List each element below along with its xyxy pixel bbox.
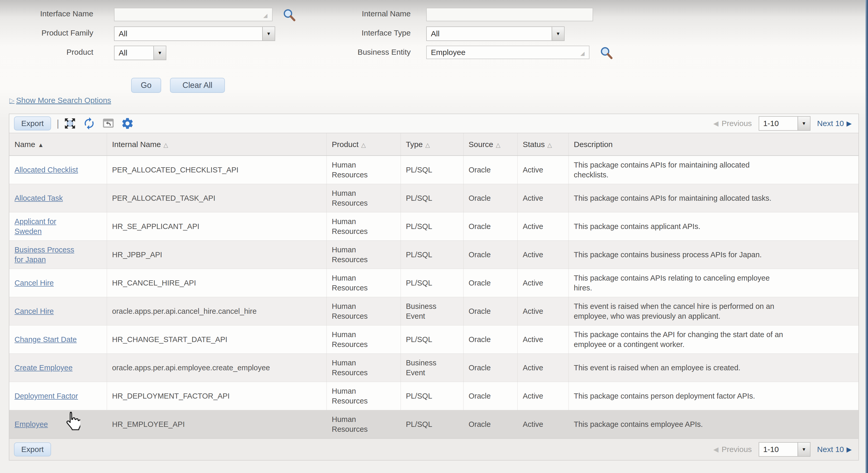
- table-toolbar: Export Previous 1: [9, 114, 859, 133]
- type-cell: PL/SQL: [406, 391, 432, 401]
- record-range-value: 1-10: [759, 117, 798, 130]
- interface-name-link[interactable]: Employee: [14, 419, 48, 429]
- type-cell: Business Event: [406, 358, 449, 378]
- clear-all-button[interactable]: Clear All: [170, 78, 225, 93]
- business-entity-input[interactable]: [426, 46, 589, 59]
- product-cell: Human Resources: [332, 358, 381, 378]
- export-button-bottom[interactable]: Export: [14, 442, 51, 456]
- export-button[interactable]: Export: [14, 116, 51, 130]
- product-family-select[interactable]: All: [114, 26, 275, 41]
- interface-type-label: Interface Type: [317, 29, 411, 37]
- next-link[interactable]: Next 10: [817, 445, 844, 454]
- interface-name-search-icon[interactable]: [282, 8, 297, 22]
- status-cell: Active: [518, 297, 568, 325]
- record-range-select[interactable]: 1-10: [759, 116, 810, 131]
- next-arrow-icon[interactable]: [846, 445, 852, 453]
- product-select[interactable]: All: [114, 46, 166, 60]
- refresh-icon[interactable]: [83, 117, 96, 130]
- dropdown-caret-icon[interactable]: [153, 46, 166, 60]
- next-link[interactable]: Next 10: [817, 119, 844, 128]
- product-cell: Human Resources: [332, 386, 381, 406]
- business-entity-search-icon[interactable]: [599, 46, 614, 60]
- column-label: Status: [523, 140, 545, 149]
- source-cell: Oracle: [463, 325, 518, 354]
- product-family-label: Product Family: [0, 29, 93, 37]
- gear-icon[interactable]: [121, 117, 134, 130]
- interface-name-input[interactable]: [114, 8, 273, 21]
- product-cell: Human Resources: [332, 160, 381, 180]
- dropdown-caret-icon[interactable]: [798, 117, 810, 130]
- column-header-status[interactable]: Status: [518, 133, 568, 156]
- previous-arrow-icon[interactable]: [713, 120, 718, 127]
- interface-name-link[interactable]: Change Start Date: [14, 334, 77, 344]
- record-range-select[interactable]: 1-10: [759, 442, 810, 457]
- column-label: Internal Name: [112, 140, 161, 149]
- column-header-source[interactable]: Source: [463, 133, 518, 156]
- product-cell: Human Resources: [332, 216, 381, 236]
- next-arrow-icon[interactable]: [846, 120, 852, 127]
- type-cell: PL/SQL: [406, 334, 432, 344]
- description-cell: This package contains business process A…: [574, 250, 762, 260]
- description-cell: This package contains APIs relating to c…: [574, 273, 786, 293]
- internal-name-label: Internal Name: [317, 9, 411, 18]
- resize-corner-icon: [263, 12, 268, 19]
- type-cell: PL/SQL: [406, 419, 432, 429]
- go-button[interactable]: Go: [131, 78, 161, 93]
- interface-name-link[interactable]: Create Employee: [14, 363, 72, 373]
- interface-name-link[interactable]: Allocated Checklist: [14, 165, 78, 175]
- table-row: Change Start Date HR_CHANGE_START_DATE_A…: [9, 325, 859, 354]
- column-header-name[interactable]: Name: [9, 133, 107, 156]
- sort-ascending-icon: [38, 142, 44, 149]
- internal-name-input[interactable]: [426, 8, 593, 21]
- description-cell: This package contains the API for changi…: [574, 330, 786, 349]
- pagination-bottom: Previous 1-10 Next 10: [713, 442, 854, 457]
- sort-unsorted-icon: [163, 142, 168, 149]
- table-row: Cancel Hire HR_CANCEL_HIRE_API Human Res…: [9, 269, 859, 297]
- interface-name-link[interactable]: Applicant for Sweden: [14, 216, 85, 236]
- interface-name-link[interactable]: Cancel Hire: [14, 306, 54, 316]
- interface-type-select[interactable]: All: [426, 26, 565, 41]
- column-header-internal-name[interactable]: Internal Name: [107, 133, 327, 156]
- status-cell: Active: [518, 241, 568, 269]
- results-panel: Export Previous 1: [9, 114, 859, 461]
- resize-corner-icon: [580, 50, 585, 57]
- column-header-type[interactable]: Type: [401, 133, 463, 156]
- previous-arrow-icon[interactable]: [713, 445, 718, 453]
- source-cell: Oracle: [463, 269, 518, 297]
- column-header-description[interactable]: Description: [568, 133, 859, 156]
- record-range-value: 1-10: [759, 443, 798, 456]
- interface-name-link[interactable]: Deployment Factor: [14, 391, 78, 401]
- table-row: Cancel Hire oracle.apps.per.api.cancel_h…: [9, 297, 859, 325]
- expand-icon[interactable]: [63, 117, 77, 130]
- sort-unsorted-icon: [548, 142, 552, 149]
- interface-name-link[interactable]: Business Process for Japan: [14, 245, 85, 265]
- column-header-product[interactable]: Product: [327, 133, 401, 156]
- show-more-search-options-link[interactable]: Show More Search Options: [9, 96, 111, 105]
- previous-link[interactable]: Previous: [722, 445, 752, 454]
- interface-name-link[interactable]: Allocated Task: [14, 193, 63, 203]
- dropdown-caret-icon[interactable]: [552, 27, 564, 40]
- dropdown-caret-icon[interactable]: [262, 27, 275, 40]
- type-cell: PL/SQL: [406, 221, 432, 231]
- detach-icon[interactable]: [101, 117, 115, 130]
- status-cell: Active: [518, 325, 568, 354]
- description-cell: This package contains applicant APIs.: [574, 221, 700, 231]
- source-cell: Oracle: [463, 354, 518, 382]
- previous-link[interactable]: Previous: [722, 119, 752, 128]
- interface-name-link[interactable]: Cancel Hire: [14, 278, 54, 288]
- pagination-top: Previous 1-10 Next 10: [713, 116, 854, 131]
- dropdown-caret-icon[interactable]: [798, 443, 810, 456]
- status-cell: Active: [518, 354, 568, 382]
- business-entity-label: Business Entity: [317, 48, 411, 57]
- integration-repository-search-page: Interface Name Internal Name Product Fam…: [0, 0, 868, 473]
- source-cell: Oracle: [463, 156, 518, 184]
- sort-unsorted-icon: [426, 142, 430, 149]
- product-cell: Human Resources: [332, 330, 381, 349]
- description-cell: This event is raised when an employee is…: [574, 363, 741, 373]
- table-row: Create Employee oracle.apps.per.api.empl…: [9, 354, 859, 382]
- status-cell: Active: [518, 156, 568, 184]
- column-label: Source: [469, 140, 493, 149]
- type-cell: PL/SQL: [406, 278, 432, 288]
- table-header-row: Name Internal Name Product Type Source S…: [9, 133, 859, 156]
- internal-name-cell: HR_CANCEL_HIRE_API: [107, 269, 327, 297]
